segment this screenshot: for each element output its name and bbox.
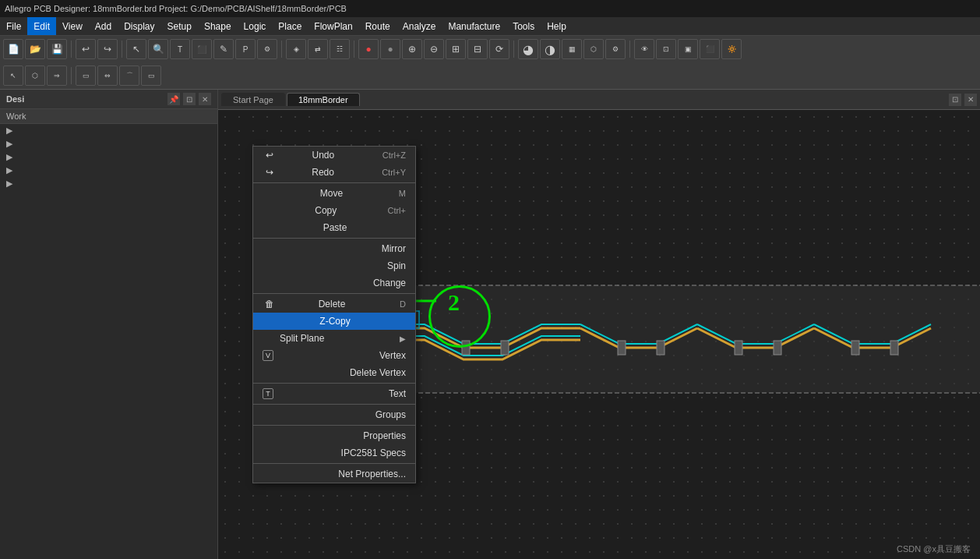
sidebar-restore-btn[interactable]: ⊡ (183, 93, 196, 105)
tb-b3[interactable]: ✎ (213, 39, 234, 59)
dd-paste[interactable]: Paste (253, 219, 415, 236)
dd-zcopy[interactable]: Z-Copy (253, 313, 415, 330)
menu-route[interactable]: Route (359, 17, 397, 35)
dd-ipc2581[interactable]: IPC2581 Specs (253, 444, 415, 462)
tb-b8[interactable]: ☷ (330, 39, 350, 59)
tb-b16[interactable]: 🔆 (721, 39, 742, 59)
toolbar-row1: 📄 📂 💾 ↩ ↪ ↖ 🔍 T ⬛ ✎ P ⚙ ◈ ⇄ ☷ ● ● ⊕ ⊖ ⊞ … (0, 36, 980, 62)
tb-eye[interactable]: 👁 (634, 39, 654, 59)
menu-setup[interactable]: Setup (161, 17, 198, 35)
tab-18mm-border[interactable]: 18mmBorder (287, 93, 360, 106)
tb-zoomw[interactable]: ⊟ (467, 39, 488, 59)
tb-redo[interactable]: ↪ (97, 39, 118, 59)
dd-undo[interactable]: ↩ Undo Ctrl+Z (253, 147, 415, 164)
tb-select[interactable]: ↖ (126, 39, 146, 59)
tb-save[interactable]: 💾 (47, 39, 67, 59)
menu-logic[interactable]: Logic (238, 17, 273, 35)
tab-close-btn[interactable]: ✕ (964, 94, 977, 106)
tb-b12[interactable]: ⚙ (605, 39, 626, 59)
dd-vertex[interactable]: V Vertex (253, 347, 415, 364)
dd-mirror[interactable]: Mirror (253, 240, 415, 257)
dd-zcopy-label: Z-Copy (319, 316, 350, 327)
dd-properties[interactable]: Properties (253, 427, 415, 444)
dd-change[interactable]: Change (253, 274, 415, 292)
tb-circle-red[interactable]: ● (358, 39, 379, 59)
dd-spin-label: Spin (387, 260, 406, 271)
tb-b7[interactable]: ⇄ (308, 39, 328, 59)
tb-undo[interactable]: ↩ (76, 39, 96, 59)
menu-flowplan[interactable]: FlowPlan (308, 17, 358, 35)
menu-display[interactable]: Display (118, 17, 160, 35)
menu-tools[interactable]: Tools (506, 17, 541, 35)
tb-zoomp[interactable]: ⊕ (402, 39, 422, 59)
tb-b14[interactable]: ▣ (678, 39, 698, 59)
sidebar-pin-btn[interactable]: 📌 (167, 93, 180, 105)
menu-view[interactable]: View (56, 17, 89, 35)
dd-move-shortcut: M (399, 189, 406, 198)
tb-b5[interactable]: ⚙ (257, 39, 277, 59)
menu-place[interactable]: Place (272, 17, 308, 35)
menu-edit[interactable]: Edit (27, 17, 56, 35)
tb-b2[interactable]: ⬛ (192, 39, 212, 59)
sidebar-row-1[interactable]: ▶ (0, 124, 217, 137)
tb-b15[interactable]: ⬛ (700, 39, 720, 59)
dd-redo[interactable]: ↪ Redo Ctrl+Y (253, 164, 415, 181)
tb2-b5[interactable]: ⇔ (97, 65, 118, 86)
dd-delete[interactable]: 🗑 Delete D (253, 295, 415, 313)
tb-refresh[interactable]: ⟳ (489, 39, 509, 59)
dd-undo-label: Undo (312, 150, 335, 161)
tb-zoomf[interactable]: ⊞ (446, 39, 466, 59)
tb2-b7[interactable]: ▭ (141, 65, 161, 86)
tb-b11[interactable]: ⬡ (583, 39, 604, 59)
dd-text[interactable]: T Text (253, 385, 415, 402)
dd-properties-label: Properties (363, 430, 406, 441)
menu-manufacture[interactable]: Manufacture (442, 17, 506, 35)
tb-pie[interactable]: ◕ (518, 39, 538, 59)
dd-undo-icon: ↩ (263, 150, 277, 161)
tb-b4[interactable]: P (235, 39, 256, 59)
tb2-b4[interactable]: ▭ (76, 65, 96, 86)
tb2-b2[interactable]: ⬡ (25, 65, 45, 86)
tab-float-btn[interactable]: ⊡ (949, 94, 961, 106)
tb-b13[interactable]: ⊡ (656, 39, 676, 59)
toolbar-row2: ↖ ⬡ ⇒ ▭ ⇔ ⌒ ▭ (0, 62, 980, 89)
sidebar-row-3[interactable]: ▶ (0, 150, 217, 164)
tab-start-page[interactable]: Start Page (221, 93, 285, 106)
menu-help[interactable]: Help (541, 17, 573, 35)
dd-deletevertex[interactable]: Delete Vertex (253, 364, 415, 381)
dd-change-label: Change (373, 278, 406, 288)
tb2-b6[interactable]: ⌒ (119, 65, 139, 86)
dd-sep5 (253, 404, 415, 405)
pcb-canvas[interactable]: ↩ Undo Ctrl+Z ↪ Redo Ctrl+Y Move M (218, 110, 980, 559)
tb-zoomm[interactable]: ⊖ (424, 39, 444, 59)
sidebar-close-btn[interactable]: ✕ (199, 93, 211, 105)
menu-add[interactable]: Add (89, 17, 118, 35)
dd-netprops[interactable]: Net Properties... (253, 465, 415, 483)
edit-dropdown-menu: ↩ Undo Ctrl+Z ↪ Redo Ctrl+Y Move M (252, 146, 416, 483)
menu-analyze[interactable]: Analyze (397, 17, 442, 35)
dd-move[interactable]: Move M (253, 185, 415, 202)
tb-b10[interactable]: ▦ (562, 39, 582, 59)
dd-sep6 (253, 425, 415, 426)
sidebar-row-2[interactable]: ▶ (0, 137, 217, 150)
dd-spin[interactable]: Spin (253, 257, 415, 274)
menu-file[interactable]: File (0, 17, 27, 35)
tb-b1[interactable]: T (170, 39, 190, 59)
dd-copy[interactable]: Copy Ctrl+ (253, 202, 415, 219)
sidebar-row-5[interactable]: ▶ (0, 177, 217, 190)
menu-shape[interactable]: Shape (198, 17, 238, 35)
main-layout: Desi 📌 ⊡ ✕ Work ▶ ▶ ▶ ▶ ▶ Start Page 18m… (0, 90, 980, 559)
dd-undo-shortcut: Ctrl+Z (382, 150, 406, 160)
tb-b6[interactable]: ◈ (286, 39, 306, 59)
dd-groups[interactable]: Groups (253, 406, 415, 423)
tb2-b3[interactable]: ⇒ (47, 65, 67, 86)
tb-pie2[interactable]: ◑ (540, 39, 560, 59)
tb2-b1[interactable]: ↖ (3, 65, 23, 86)
tb-zoom-in[interactable]: 🔍 (148, 39, 168, 59)
sidebar-row-4[interactable]: ▶ (0, 164, 217, 177)
tb-circle-b9[interactable]: ● (380, 39, 400, 59)
tb-open[interactable]: 📂 (25, 39, 45, 59)
dd-sep7 (253, 463, 415, 464)
dd-splitplane[interactable]: Split Plane ▶ (253, 330, 415, 347)
tb-new[interactable]: 📄 (3, 39, 23, 59)
